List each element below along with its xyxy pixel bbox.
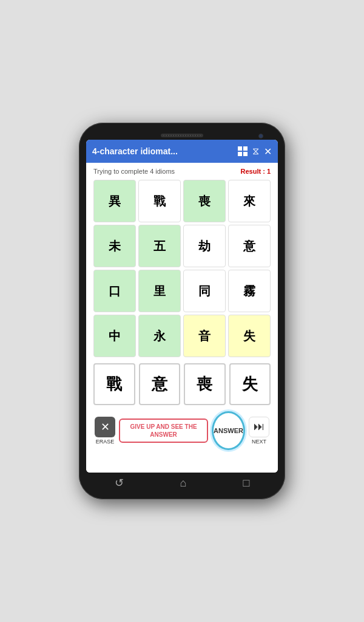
grid-cell-3-3[interactable]: 失 <box>228 315 271 357</box>
instruction-text: Trying to complete 4 idioms <box>93 168 175 175</box>
erase-label: ERASE <box>96 439 115 445</box>
grid-cell-3-1[interactable]: 永 <box>138 315 181 357</box>
grid-cell-2-2[interactable]: 同 <box>183 270 226 312</box>
result-badge: Result : 1 <box>240 168 271 175</box>
app-header: 4-character idiomat... ⧖ ✕ <box>86 140 278 163</box>
grid-view-icon[interactable] <box>238 146 248 156</box>
grid-cell-2-1[interactable]: 里 <box>138 270 181 312</box>
grid-cell-0-0[interactable]: 異 <box>93 180 136 222</box>
app-content: Trying to complete 4 idioms Result : 1 異… <box>86 163 278 473</box>
erase-button[interactable]: ✕ ERASE <box>95 417 115 445</box>
answer-cell-3[interactable]: 失 <box>229 363 271 405</box>
answer-cell-2[interactable]: 喪 <box>184 363 226 405</box>
answer-row: 戰意喪失 <box>93 363 271 405</box>
character-grid: 異戰喪來未五劫意口里同霧中永音失 <box>93 180 271 357</box>
grid-cell-0-3[interactable]: 來 <box>228 180 271 222</box>
controls-row: ✕ ERASE GIVE UP AND SEE THE ANSWER ANSWE… <box>93 411 271 450</box>
answer-cell-0[interactable]: 戰 <box>93 363 135 405</box>
answer-button[interactable]: ANSWER <box>212 411 245 450</box>
grid-cell-1-3[interactable]: 意 <box>228 225 271 267</box>
grid-cell-1-2[interactable]: 劫 <box>183 225 226 267</box>
camera-dot <box>258 134 263 138</box>
grid-cell-1-1[interactable]: 五 <box>138 225 181 267</box>
recents-nav-icon[interactable]: □ <box>243 477 250 490</box>
phone-device: 4-character idiomat... ⧖ ✕ Trying to com… <box>79 123 285 499</box>
next-icon: ⏭ <box>249 417 269 437</box>
history-icon[interactable]: ⧖ <box>252 146 259 157</box>
back-nav-icon[interactable]: ↺ <box>115 476 124 490</box>
grid-cell-0-2[interactable]: 喪 <box>183 180 226 222</box>
app-title: 4-character idiomat... <box>92 146 233 156</box>
grid-cell-2-3[interactable]: 霧 <box>228 270 271 312</box>
grid-cell-3-2[interactable]: 音 <box>183 315 226 357</box>
phone-screen: 4-character idiomat... ⧖ ✕ Trying to com… <box>86 140 278 473</box>
grid-cell-0-1[interactable]: 戰 <box>138 180 181 222</box>
next-label: NEXT <box>252 439 266 445</box>
giveup-button[interactable]: GIVE UP AND SEE THE ANSWER <box>119 419 208 443</box>
grid-cell-2-0[interactable]: 口 <box>93 270 136 312</box>
answer-cell-1[interactable]: 意 <box>139 363 181 405</box>
erase-icon: ✕ <box>95 417 115 437</box>
grid-cell-1-0[interactable]: 未 <box>93 225 136 267</box>
phone-top-bar <box>86 130 278 140</box>
phone-nav-bar: ↺ ⌂ □ <box>86 473 278 492</box>
speaker-grill <box>161 134 203 137</box>
grid-cell-3-0[interactable]: 中 <box>93 315 136 357</box>
close-icon[interactable]: ✕ <box>264 146 272 157</box>
next-button[interactable]: ⏭ NEXT <box>249 417 269 445</box>
home-nav-icon[interactable]: ⌂ <box>180 477 187 490</box>
status-bar: Trying to complete 4 idioms Result : 1 <box>93 168 271 175</box>
